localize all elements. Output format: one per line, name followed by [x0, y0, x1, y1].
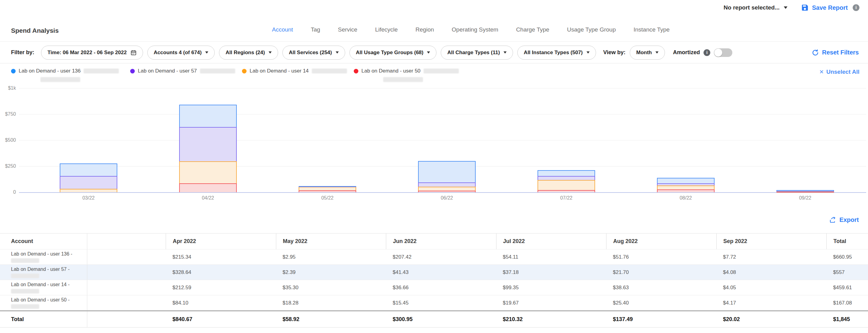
- x-axis-tick-label: 08/22: [671, 195, 701, 201]
- filter-pill-label: All Usage Type Groups (68): [356, 49, 424, 56]
- filter-pill-all-charge-types-11-[interactable]: All Charge Types (11): [441, 45, 513, 60]
- total-row-label: Total: [0, 311, 87, 327]
- legend-item-3[interactable]: Lab on Demand - user 14: [242, 68, 347, 74]
- filter-pill-label: All Instance Types (507): [524, 49, 583, 56]
- bar-segment-lab-on-demand-user-14[interactable]: [418, 187, 476, 190]
- filter-pill-accounts-4-of-674-[interactable]: Accounts 4 (of 674): [147, 45, 215, 60]
- bar-segment-lab-on-demand-user-57[interactable]: [418, 182, 476, 187]
- bar-segment-lab-on-demand-user-136[interactable]: [537, 170, 595, 176]
- bar-segment-lab-on-demand-user-57[interactable]: [657, 183, 715, 186]
- time-range-pill[interactable]: Time: 06 Mar 2022 - 06 Sep 2022: [41, 45, 143, 60]
- bar-segment-lab-on-demand-user-57[interactable]: [537, 176, 595, 180]
- chevron-down-icon: [269, 52, 272, 54]
- x-axis-tick-label: 09/22: [790, 195, 820, 201]
- row-spacer: [87, 265, 166, 280]
- value-cell: $18.28: [276, 295, 386, 310]
- table-row: Lab on Demand - user 50 -$84.10$18.28$15…: [0, 295, 868, 310]
- tab-region[interactable]: Region: [415, 26, 434, 33]
- tab-operating-system[interactable]: Operating System: [452, 26, 498, 33]
- bar-segment-lab-on-demand-user-57[interactable]: [179, 127, 237, 161]
- bar-segment-lab-on-demand-user-136[interactable]: [179, 105, 237, 127]
- y-axis-tick-label: $750: [0, 111, 16, 117]
- legend-item-4[interactable]: Lab on Demand - user 50: [354, 68, 459, 74]
- bar-segment-lab-on-demand-user-50[interactable]: [179, 183, 237, 192]
- reset-filters-button[interactable]: Reset Filters: [812, 49, 859, 56]
- value-cell: $25.40: [606, 295, 716, 310]
- report-selector-dropdown[interactable]: No report selected...: [724, 4, 788, 11]
- column-header-account: Account: [0, 234, 87, 249]
- bar-segment-lab-on-demand-user-57[interactable]: [776, 191, 834, 192]
- export-button[interactable]: Export: [829, 216, 859, 224]
- value-cell: $2.39: [276, 265, 386, 280]
- filter-pill-all-regions-24-[interactable]: All Regions (24): [219, 45, 278, 60]
- tab-service[interactable]: Service: [338, 26, 357, 33]
- account-name: Lab on Demand - user 14 -: [11, 282, 69, 288]
- info-icon[interactable]: i: [853, 4, 860, 11]
- spend-chart: $1k$750$500$250003/2204/2205/2206/2207/2…: [0, 82, 868, 205]
- total-value-cell: $660.95: [826, 249, 868, 264]
- tab-lifecycle[interactable]: Lifecycle: [375, 26, 398, 33]
- filter-pill-all-usage-type-groups-68-[interactable]: All Usage Type Groups (68): [349, 45, 437, 60]
- total-value-cell: $557: [826, 265, 868, 280]
- filter-pill-all-instance-types-507-[interactable]: All Instance Types (507): [517, 45, 596, 60]
- row-spacer: [87, 295, 166, 310]
- bar-segment-lab-on-demand-user-50[interactable]: [537, 190, 595, 192]
- report-selector-label: No report selected...: [724, 4, 780, 11]
- bar-segment-lab-on-demand-user-50[interactable]: [418, 191, 476, 192]
- value-cell: $37.18: [496, 265, 607, 280]
- total-value-cell: $840.67: [166, 311, 276, 327]
- bar-segment-lab-on-demand-user-136[interactable]: [418, 161, 476, 183]
- bar-segment-lab-on-demand-user-50[interactable]: [299, 190, 356, 192]
- bar-segment-lab-on-demand-user-14[interactable]: [299, 187, 356, 190]
- save-report-button[interactable]: Save Report: [801, 4, 848, 12]
- tab-account[interactable]: Account: [272, 26, 293, 33]
- view-by-dropdown[interactable]: Month: [630, 45, 665, 60]
- tab-tag[interactable]: Tag: [311, 26, 320, 33]
- tab-charge-type[interactable]: Charge Type: [516, 26, 549, 33]
- value-cell: $7.72: [716, 249, 827, 264]
- bar-segment-lab-on-demand-user-14[interactable]: [537, 180, 595, 190]
- y-axis-tick-label: $500: [0, 137, 16, 143]
- row-spacer: [87, 311, 166, 327]
- amortized-control: Amortized i: [673, 48, 732, 57]
- bar-segment-lab-on-demand-user-14[interactable]: [179, 161, 237, 183]
- x-axis-tick-label: 04/22: [193, 195, 223, 201]
- filter-pill-label: All Charge Types (11): [447, 49, 500, 56]
- tab-usage-type-group[interactable]: Usage Type Group: [567, 26, 616, 33]
- x-axis-tick-label: 07/22: [551, 195, 582, 201]
- chevron-down-icon: [336, 52, 339, 54]
- bar-segment-lab-on-demand-user-136[interactable]: [776, 190, 834, 191]
- x-axis-tick-label: 05/22: [312, 195, 343, 201]
- bar-segment-lab-on-demand-user-136[interactable]: [657, 178, 715, 183]
- amortized-label: Amortized: [673, 49, 700, 56]
- table-row: Lab on Demand - user 14 -$212.59$35.30$3…: [0, 280, 868, 295]
- view-by-label: View by:: [603, 49, 626, 56]
- legend-item-1[interactable]: Lab on Demand - user 136: [11, 68, 119, 74]
- export-icon: [829, 216, 836, 224]
- value-cell: $4.05: [716, 280, 827, 295]
- bar-segment-lab-on-demand-user-14[interactable]: [60, 189, 117, 192]
- account-name: Lab on Demand - user 136 -: [11, 251, 72, 257]
- bar-segment-lab-on-demand-user-57[interactable]: [60, 176, 117, 189]
- value-cell: $99.35: [496, 280, 607, 295]
- bar-segment-lab-on-demand-user-14[interactable]: [657, 186, 715, 190]
- amortized-info-icon[interactable]: i: [704, 49, 710, 56]
- bar-segment-lab-on-demand-user-50[interactable]: [657, 190, 715, 192]
- table-header-row: AccountApr 2022May 2022Jun 2022Jul 2022A…: [0, 233, 868, 249]
- table-row: Lab on Demand - user 136 -$215.34$2.95$2…: [0, 249, 868, 264]
- total-value-cell: $210.32: [496, 311, 607, 327]
- filter-pill-all-services-254-[interactable]: All Services (254): [282, 45, 345, 60]
- unselect-all-button[interactable]: ✕ Unselect All: [819, 69, 860, 75]
- legend-item-2[interactable]: Lab on Demand - user 57: [130, 68, 235, 74]
- account-cell: Lab on Demand - user 14 -: [0, 280, 87, 295]
- value-cell: $2.95: [276, 249, 386, 264]
- tab-instance-type[interactable]: Instance Type: [633, 26, 670, 33]
- legend-dot-icon: [354, 69, 358, 73]
- bar-segment-lab-on-demand-user-136[interactable]: [60, 163, 117, 176]
- bar-segment-lab-on-demand-user-136[interactable]: [299, 186, 356, 187]
- value-cell: $4.17: [716, 295, 827, 310]
- amortized-toggle[interactable]: [714, 48, 732, 57]
- redacted-text: [11, 289, 39, 294]
- redacted-text: [424, 69, 459, 73]
- filter-pill-label: All Services (254): [289, 49, 332, 56]
